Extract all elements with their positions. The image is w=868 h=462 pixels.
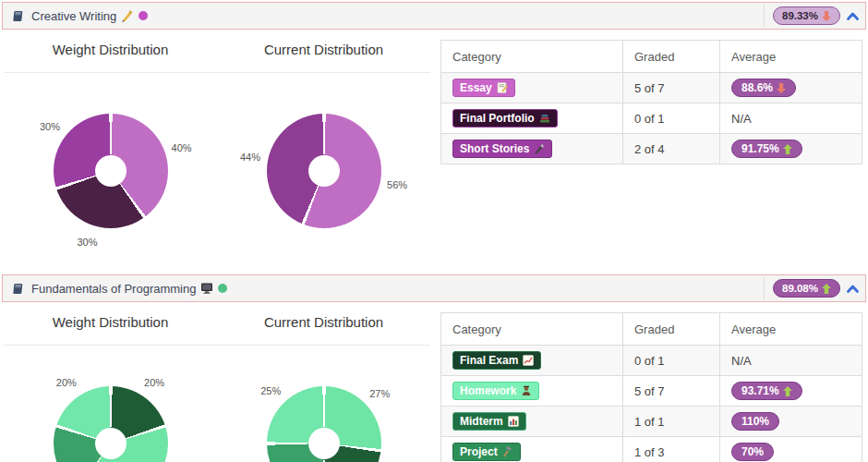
- category-table-wrap: Category Graded Average Final Exam 0 of …: [432, 302, 866, 462]
- graded-cell: 5 of 7: [623, 73, 720, 103]
- donut-slice-label: 56%: [387, 179, 407, 190]
- header-separator: [764, 5, 765, 27]
- average-badge: 88.6%: [731, 79, 796, 97]
- course-title: Creative Writing: [31, 9, 148, 23]
- course-body: Weight Distribution Current Distribution…: [2, 302, 866, 462]
- category-table-wrap: Category Graded Average Essay 5 of 7 88.…: [432, 30, 866, 273]
- graded-cell: 5 of 7: [623, 376, 720, 407]
- book-icon: [12, 10, 24, 22]
- average-cell: N/A: [720, 103, 862, 134]
- category-label: Final Exam: [460, 355, 518, 367]
- weight-distribution-title: Weight Distribution: [4, 314, 217, 330]
- average-badge: 91.75%: [731, 140, 802, 158]
- graded-cell: 2 of 4: [623, 134, 720, 164]
- column-header-graded: Graded: [623, 313, 720, 346]
- trend-up-icon: [822, 284, 831, 294]
- current-distribution-title: Current Distribution: [217, 42, 430, 57]
- average-badge: 93.71%: [731, 382, 802, 400]
- course-body: Weight Distribution Current Distribution…: [2, 30, 866, 273]
- collapse-chevron-icon[interactable]: [847, 12, 859, 20]
- charts-panel: Weight Distribution Current Distribution…: [2, 302, 432, 462]
- course-color-dot: [218, 284, 227, 293]
- column-header-category: Category: [441, 41, 623, 73]
- donut-slice-label: 40%: [172, 142, 192, 153]
- weight-distribution-donut: 40%30%30%: [54, 114, 168, 228]
- hammer-icon: [502, 446, 513, 457]
- donut-slice-label: 25%: [260, 385, 281, 396]
- column-header-category: Category: [441, 313, 623, 346]
- table-row: Essay 5 of 7 88.6%: [441, 73, 862, 103]
- table-row: Midterm 1 of 1 110%: [441, 407, 862, 437]
- course-card-creative-writing: Creative Writing 89.33% Weight Distribut…: [2, 2, 866, 273]
- table-row: Final Portfolio 0 of 1 N/A: [441, 103, 862, 134]
- category-table: Category Graded Average Final Exam 0 of …: [440, 312, 862, 462]
- course-header-creative-writing[interactable]: Creative Writing 89.33%: [2, 2, 866, 30]
- column-header-average: Average: [720, 313, 862, 346]
- header-separator: [764, 277, 765, 299]
- course-header-fundamentals-of-programming[interactable]: Fundamentals of Programming 89.08%: [2, 274, 866, 302]
- overall-grade-badge: 89.08%: [773, 279, 840, 298]
- current-distribution-title: Current Distribution: [217, 314, 430, 330]
- overall-grade-value: 89.33%: [782, 9, 818, 22]
- overall-grade-badge: 89.33%: [773, 6, 840, 25]
- charts-panel: Weight Distribution Current Distribution…: [2, 30, 432, 273]
- current-distribution-donut: 56%44%: [267, 114, 381, 228]
- table-row: Homework 5 of 7 93.71%: [441, 376, 862, 407]
- bar-chart-icon: [508, 416, 519, 427]
- donut-slice-label: 30%: [77, 237, 97, 248]
- category-label: Project: [460, 446, 498, 458]
- course-color-dot: [139, 11, 148, 20]
- student-icon: [521, 385, 532, 396]
- category-badge: Final Portfolio: [452, 109, 558, 128]
- average-cell: N/A: [720, 346, 862, 376]
- course-card-fundamentals-of-programming: Fundamentals of Programming 89.08% Weigh…: [2, 274, 866, 462]
- course-title-text: Creative Writing: [31, 9, 116, 23]
- memo-icon: [497, 82, 508, 93]
- trend-up-icon: [783, 386, 792, 396]
- category-label: Homework: [460, 385, 516, 397]
- course-title-text: Fundamentals of Programming: [31, 282, 196, 296]
- graded-cell: 1 of 1: [623, 407, 720, 437]
- computer-icon: [200, 283, 213, 294]
- donut-slice-label: 20%: [56, 377, 77, 388]
- donut-slice-label: 20%: [144, 377, 164, 388]
- category-label: Essay: [460, 82, 492, 94]
- book-icon: [12, 283, 24, 295]
- fountain-pen-icon: [534, 143, 545, 154]
- chart-up-icon: [523, 355, 534, 366]
- column-header-graded: Graded: [623, 41, 720, 73]
- donut-slice-label: 30%: [40, 121, 60, 132]
- average-badge: 110%: [731, 412, 779, 431]
- category-label: Short Stories: [460, 143, 529, 155]
- average-value: 91.75%: [741, 143, 779, 155]
- category-badge: Final Exam: [452, 351, 541, 370]
- graded-cell: 1 of 3: [623, 437, 720, 462]
- writing-hand-icon: [121, 10, 134, 22]
- category-badge: Short Stories: [452, 140, 552, 158]
- graded-cell: 0 of 1: [623, 103, 720, 134]
- donut-slice-label: 27%: [369, 388, 390, 399]
- trend-down-icon: [822, 11, 831, 21]
- average-value: 88.6%: [741, 82, 773, 94]
- current-distribution-donut: 27%25%: [267, 386, 381, 462]
- trend-up-icon: [783, 144, 792, 154]
- donut-slice-label: 44%: [240, 152, 260, 163]
- overall-grade-value: 89.08%: [782, 282, 818, 295]
- average-value: 70%: [741, 446, 764, 458]
- category-label: Final Portfolio: [460, 113, 535, 125]
- category-badge: Midterm: [452, 412, 526, 431]
- average-value: 93.71%: [741, 385, 779, 397]
- column-header-average: Average: [720, 41, 862, 73]
- graded-cell: 0 of 1: [623, 346, 720, 376]
- average-badge: 70%: [731, 443, 774, 461]
- table-row: Final Exam 0 of 1 N/A: [441, 346, 862, 376]
- collapse-chevron-icon[interactable]: [847, 285, 859, 293]
- weight-distribution-title: Weight Distribution: [4, 42, 217, 57]
- category-badge: Essay: [452, 79, 515, 97]
- category-label: Midterm: [460, 416, 503, 428]
- category-table: Category Graded Average Essay 5 of 7 88.…: [440, 40, 862, 164]
- weight-distribution-donut: 20%20%: [54, 386, 168, 462]
- trend-down-icon: [777, 83, 786, 93]
- course-title: Fundamentals of Programming: [31, 282, 227, 296]
- table-row: Project 1 of 3 70%: [441, 437, 862, 462]
